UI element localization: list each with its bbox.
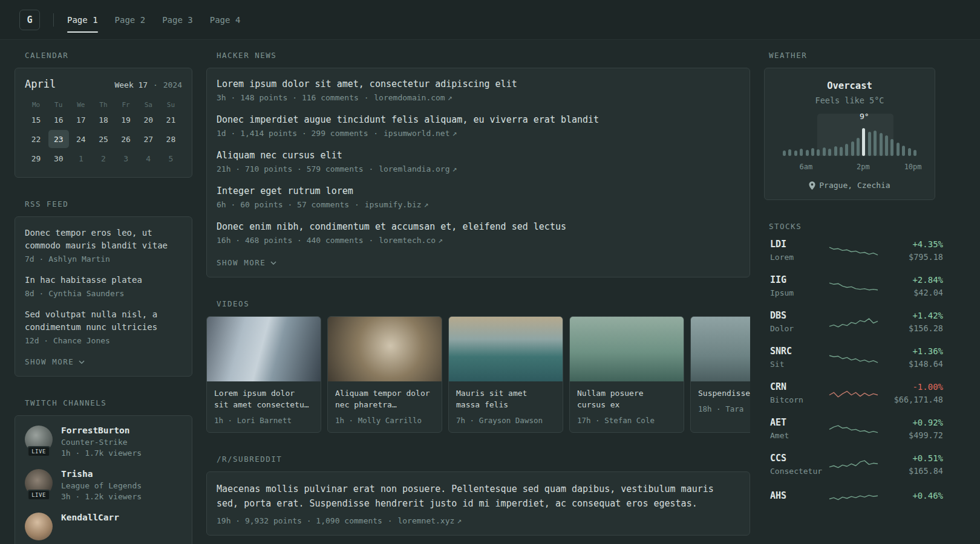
separator-dot: ·: [153, 80, 158, 89]
stock-name: Ipsum: [770, 288, 828, 297]
calendar-day-next-month: 4: [138, 149, 158, 167]
chevron-down-icon: [270, 261, 276, 265]
video-card[interactable]: Nullam posuere cursus ex 17h · Stefan Co…: [569, 316, 684, 433]
hn-item-title[interactable]: Donec enim nibh, condimentum et accumsan…: [217, 221, 740, 233]
rss-show-more-button[interactable]: SHOW MORE: [25, 357, 85, 366]
channel-name[interactable]: ForrestBurton: [61, 426, 142, 435]
video-title[interactable]: Nullam posuere cursus ex: [577, 387, 676, 410]
video-card[interactable]: Suspendisse diam 18h · Tara: [690, 316, 750, 433]
tab-page-4[interactable]: Page 4: [210, 0, 241, 39]
calendar-card: April Week 17 · 2024 Mo Tu We Th Fr Sa S…: [15, 68, 192, 178]
channel-avatar[interactable]: [25, 513, 53, 540]
rss-item-title[interactable]: Donec tempor eros leo, ut commodo mauris…: [25, 227, 182, 252]
time-label: 6am: [799, 163, 812, 171]
stock-sparkline: [828, 313, 879, 330]
video-title[interactable]: Mauris sit amet massa felis: [456, 387, 555, 410]
hn-item-source: loremdomain.com: [374, 93, 445, 102]
tab-page-1[interactable]: Page 1: [67, 0, 98, 39]
video-meta: 1h · Lori Barnett: [214, 416, 313, 425]
stock-row[interactable]: CCS Consectetur +0.51% $165.84: [764, 453, 935, 476]
video-title[interactable]: Lorem ipsum dolor sit amet consectetu…: [214, 387, 313, 410]
video-thumbnail[interactable]: [207, 317, 321, 381]
hn-item-source-link[interactable]: ipsumify.biz↗: [365, 200, 429, 209]
rss-item-title[interactable]: In hac habitasse platea: [25, 274, 182, 287]
stocks-widget: STOCKS LDI Lorem +4.35% $795.18 IIG: [764, 222, 935, 505]
video-meta: 17h · Stefan Cole: [577, 416, 676, 425]
video-info: Mauris sit amet massa felis 7h · Grayson…: [449, 381, 563, 432]
channel-name[interactable]: Trisha: [61, 469, 142, 479]
weather-bar: [817, 149, 820, 156]
hn-item-source-link[interactable]: loremdomain.com↗: [374, 93, 452, 102]
hackernews-card: Lorem ipsum dolor sit amet, consectetur …: [206, 68, 750, 277]
hn-item-title[interactable]: Donec imperdiet augue tincidunt felis al…: [217, 114, 740, 126]
stock-row[interactable]: AET Amet +0.92% $499.72: [764, 417, 935, 440]
twitch-widget: TWITCH CHANNELS LIVE ForrestBurton Count…: [15, 398, 192, 544]
calendar-day-header: Sa: [137, 100, 160, 111]
stock-symbol: AHS: [770, 490, 828, 501]
video-card[interactable]: Aliquam tempor dolor nec pharetra… 1h · …: [327, 316, 442, 433]
section-title-subreddit: /R/SUBREDDIT: [217, 455, 750, 464]
weather-bar: [913, 150, 916, 156]
stock-price: $165.84: [879, 466, 943, 476]
video-info: Aliquam tempor dolor nec pharetra… 1h · …: [328, 381, 442, 432]
video-title[interactable]: Suspendisse diam: [698, 387, 750, 399]
video-title[interactable]: Aliquam tempor dolor nec pharetra…: [335, 387, 434, 410]
video-thumbnail[interactable]: [449, 317, 563, 381]
calendar-day-header: Th: [92, 100, 114, 111]
video-card[interactable]: Lorem ipsum dolor sit amet consectetu… 1…: [206, 316, 321, 433]
stock-row[interactable]: CRN Bitcorn -1.00% $66,171.48: [764, 381, 935, 404]
stock-price: $795.18: [879, 252, 943, 262]
page-content: CALENDAR April Week 17 · 2024 Mo Tu We T…: [0, 40, 980, 544]
stock-row[interactable]: AHS +0.46%: [764, 488, 935, 505]
tab-page-3[interactable]: Page 3: [162, 0, 193, 39]
calendar-year: 2024: [163, 80, 182, 89]
video-info: Lorem ipsum dolor sit amet consectetu… 1…: [207, 381, 321, 432]
rss-item-title[interactable]: Sed volutpat nulla nisl, a condimentum n…: [25, 308, 182, 334]
calendar-day-next-month: 5: [160, 149, 181, 167]
stock-row[interactable]: SNRC Sit +1.36% $148.64: [764, 346, 935, 369]
app-logo: G: [19, 10, 40, 30]
stock-price: $66,171.48: [879, 395, 943, 404]
channel-avatar[interactable]: LIVE: [25, 469, 53, 497]
stock-price: $499.72: [879, 430, 943, 440]
rss-card: Donec tempor eros leo, ut commodo mauris…: [15, 216, 192, 377]
video-meta: 18h · Tara: [698, 404, 750, 413]
stock-sparkline: [828, 242, 879, 259]
separator-dot: ·: [368, 129, 382, 138]
video-thumbnail[interactable]: [570, 317, 684, 381]
weather-chart: 9°: [779, 114, 920, 161]
stock-row[interactable]: LDI Lorem +4.35% $795.18: [764, 239, 935, 262]
hn-item-source-link[interactable]: loremlandia.org↗: [379, 164, 457, 173]
separator-dot: ·: [359, 93, 373, 102]
stock-change: +0.92%: [879, 418, 943, 427]
channel-info: Trisha League of Legends 3h · 1.2k viewe…: [61, 469, 142, 501]
video-thumbnail[interactable]: [691, 317, 750, 381]
hn-item-source-link[interactable]: loremtech.co↗: [379, 236, 443, 245]
separator-dot: ·: [383, 516, 397, 525]
stock-row[interactable]: IIG Ipsum +2.84% $42.04: [764, 274, 935, 297]
hn-item-meta: 16h · 468 points · 440 comments · loremt…: [217, 236, 740, 245]
subreddit-post-stats: 19h · 9,932 points · 1,090 comments: [217, 516, 382, 525]
right-column: WEATHER Overcast Feels like 5°C 9° 6am 2…: [764, 51, 935, 527]
video-thumbnail[interactable]: [328, 317, 442, 381]
subreddit-source-link[interactable]: loremnet.xyz↗: [397, 516, 462, 525]
weather-bar: [840, 147, 843, 156]
stock-numbers: +1.42% $156.28: [879, 311, 943, 333]
calendar-day-header: We: [70, 100, 92, 111]
hn-show-more-button[interactable]: SHOW MORE: [217, 258, 276, 267]
section-title-calendar: CALENDAR: [25, 51, 192, 60]
tab-page-2[interactable]: Page 2: [115, 0, 146, 39]
middle-column: HACKER NEWS Lorem ipsum dolor sit amet, …: [206, 51, 750, 544]
hn-item-title[interactable]: Integer eget rutrum lorem: [217, 185, 740, 198]
hn-item-title[interactable]: Aliquam nec cursus elit: [217, 149, 740, 162]
channel-avatar[interactable]: LIVE: [25, 426, 53, 453]
hn-item-source-link[interactable]: ipsumworld.net↗: [384, 129, 457, 138]
video-card[interactable]: Mauris sit amet massa felis 7h · Grayson…: [448, 316, 563, 433]
stock-row[interactable]: DBS Dolor +1.42% $156.28: [764, 310, 935, 333]
external-link-icon: ↗: [452, 129, 457, 138]
channel-name[interactable]: KendallCarr: [61, 513, 119, 522]
rss-item: Sed volutpat nulla nisl, a condimentum n…: [25, 308, 182, 345]
hn-item-title[interactable]: Lorem ipsum dolor sit amet, consectetur …: [217, 78, 740, 91]
subreddit-post-title[interactable]: Maecenas mollis pulvinar erat non posuer…: [217, 482, 740, 511]
hn-item: Aliquam nec cursus elit 21h · 710 points…: [217, 149, 740, 173]
